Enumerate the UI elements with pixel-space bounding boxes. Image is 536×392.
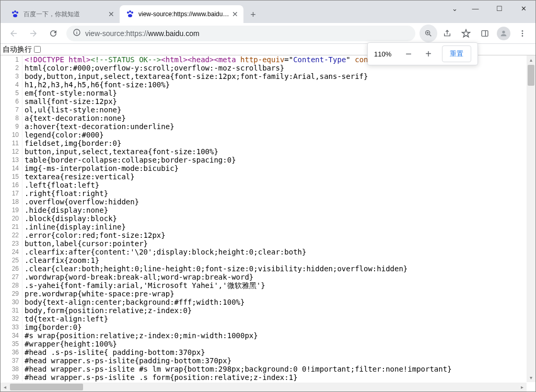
svg-point-20 bbox=[522, 35, 523, 37]
source-text[interactable]: table{border-collapse:collapse;border-sp… bbox=[22, 156, 236, 164]
source-text[interactable]: a:hover{text-decoration:underline} bbox=[22, 122, 174, 131]
svg-point-0 bbox=[12, 11, 14, 14]
source-line: 34#s_wrap{position:relative;z-index:0;mi… bbox=[1, 331, 535, 340]
source-text[interactable]: #head .s-ps-islite{_padding-bottom:370px… bbox=[22, 348, 205, 356]
source-text[interactable]: h1,h2,h3,h4,h5,h6{font-size:100%} bbox=[22, 80, 170, 89]
vertical-scrollbar[interactable]: ▴ ▾ bbox=[527, 55, 535, 382]
bookmark-icon[interactable] bbox=[457, 25, 475, 42]
source-line: 16.left{float:left} bbox=[1, 181, 535, 189]
source-text[interactable]: a{text-decoration:none} bbox=[22, 114, 126, 122]
forward-button[interactable] bbox=[25, 25, 42, 42]
source-text[interactable]: .clearfix:after{content:'\20';display:bl… bbox=[22, 248, 306, 256]
scroll-left-icon[interactable]: ◂ bbox=[1, 383, 9, 391]
source-line: 17.right{float:right} bbox=[1, 189, 535, 198]
close-icon[interactable]: ✕ bbox=[107, 10, 115, 18]
address-bar[interactable]: view-source:https://www.baidu.com bbox=[66, 26, 415, 41]
line-number: 6 bbox=[1, 97, 22, 106]
line-number: 9 bbox=[1, 122, 22, 131]
wrap-checkbox[interactable] bbox=[34, 46, 41, 53]
zoom-out-button[interactable]: − bbox=[402, 48, 415, 60]
source-text[interactable]: #s_wrap{position:relative;z-index:0;min-… bbox=[22, 331, 258, 340]
source-text[interactable]: .clear{clear:both;height:0;line-height:0… bbox=[22, 264, 407, 273]
new-tab-button[interactable]: + bbox=[246, 7, 260, 22]
line-number: 15 bbox=[1, 172, 22, 181]
zoom-in-button[interactable]: + bbox=[422, 48, 435, 60]
source-text[interactable]: #wrapper{height:100%} bbox=[22, 340, 117, 348]
source-text[interactable]: legend{color:#000} bbox=[22, 131, 104, 139]
zoom-reset-button[interactable]: 重置 bbox=[442, 45, 471, 62]
source-text[interactable]: .inline{display:inline} bbox=[22, 223, 126, 231]
avatar bbox=[497, 27, 510, 40]
back-button[interactable] bbox=[5, 25, 22, 42]
share-icon[interactable] bbox=[438, 25, 456, 42]
source-text[interactable]: td{text-align:left} bbox=[22, 315, 108, 323]
close-icon[interactable]: ✕ bbox=[231, 10, 239, 18]
window-controls: ⌄ — ☐ ✕ bbox=[446, 1, 535, 16]
scroll-down-icon[interactable]: ▾ bbox=[527, 373, 535, 382]
source-line: 8a{text-decoration:none} bbox=[1, 114, 535, 122]
paw-icon bbox=[11, 10, 19, 18]
source-text[interactable]: body{text-align:center;background:#fff;w… bbox=[22, 298, 244, 306]
chevron-down-icon[interactable]: ⌄ bbox=[446, 1, 463, 16]
tab-viewsource[interactable]: view-source:https://www.baidu… ✕ bbox=[120, 5, 243, 23]
line-number: 33 bbox=[1, 323, 22, 331]
source-text[interactable]: .wordwrap{word-break:break-all;word-wrap… bbox=[22, 273, 253, 281]
source-line: 33img{border:0} bbox=[1, 323, 535, 331]
source-text[interactable]: .error{color:red;font-size:12px} bbox=[22, 231, 166, 239]
source-text[interactable]: body,button,input,select,textarea{font-s… bbox=[22, 72, 368, 80]
source-text[interactable]: .overflow{overflow:hidden} bbox=[22, 198, 139, 206]
line-number: 23 bbox=[1, 239, 22, 248]
source-text[interactable]: pre.wordwrap{white-space:pre-wrap} bbox=[22, 290, 174, 298]
source-line: 11fieldset,img{border:0} bbox=[1, 139, 535, 147]
menu-icon[interactable] bbox=[514, 25, 531, 42]
maximize-button[interactable]: ☐ bbox=[487, 1, 511, 16]
line-number: 24 bbox=[1, 248, 22, 256]
source-text[interactable]: button,label{cursor:pointer} bbox=[22, 239, 148, 248]
line-number: 28 bbox=[1, 281, 22, 290]
line-number: 19 bbox=[1, 206, 22, 214]
line-number: 1 bbox=[1, 55, 22, 64]
reload-button[interactable] bbox=[44, 25, 62, 42]
scroll-up-icon[interactable]: ▴ bbox=[527, 55, 535, 64]
source-text[interactable]: #head_wrapper.s-ps-islite{padding-bottom… bbox=[22, 356, 231, 365]
source-text[interactable]: .block{display:block} bbox=[22, 214, 117, 223]
scroll-thumb[interactable] bbox=[528, 65, 534, 86]
tab-baidu[interactable]: 百度一下，你就知道 ✕ bbox=[5, 5, 120, 23]
source-text[interactable]: .clearfix{zoom:1} bbox=[22, 256, 99, 264]
info-icon[interactable] bbox=[73, 28, 81, 38]
sidepanel-icon[interactable] bbox=[476, 25, 494, 42]
source-text[interactable]: .s-yahei{font-family:arial,'Microsoft Ya… bbox=[22, 281, 265, 290]
source-line: 24.clearfix:after{content:'\20';display:… bbox=[1, 248, 535, 256]
source-text[interactable]: img{border:0} bbox=[22, 323, 82, 331]
source-text[interactable]: body,form{position:relative;z-index:0} bbox=[22, 306, 192, 315]
source-text[interactable]: fieldset,img{border:0} bbox=[22, 139, 121, 147]
zoom-icon[interactable] bbox=[420, 25, 437, 42]
source-text[interactable]: textarea{resize:vertical} bbox=[22, 172, 135, 181]
source-text[interactable]: html{color:#000;overflow-y:scroll;overfl… bbox=[22, 64, 284, 72]
source-line: 27.wordwrap{word-break:break-all;word-wr… bbox=[1, 273, 535, 281]
minimize-button[interactable]: — bbox=[463, 1, 487, 16]
source-text[interactable]: .right{float:right} bbox=[22, 189, 108, 198]
line-number: 3 bbox=[1, 72, 22, 80]
line-number: 31 bbox=[1, 306, 22, 315]
source-view[interactable]: 1<!DOCTYPE html><!--STATUS OK--><html><h… bbox=[1, 55, 535, 391]
svg-point-7 bbox=[128, 14, 132, 17]
source-text[interactable]: img{-ms-interpolation-mode:bicubic} bbox=[22, 164, 179, 172]
source-line: 36#head .s-ps-islite{_padding-bottom:370… bbox=[1, 348, 535, 356]
source-text[interactable]: ol,ul{list-style:none} bbox=[22, 106, 121, 114]
line-number: 14 bbox=[1, 164, 22, 172]
source-text[interactable]: em{font-style:normal} bbox=[22, 89, 117, 97]
scroll-right-icon[interactable]: ▸ bbox=[518, 383, 527, 391]
svg-point-2 bbox=[16, 11, 18, 14]
scroll-thumb[interactable] bbox=[10, 384, 83, 390]
source-text[interactable]: #head_wrapper.s-ps-islite #s_lm_wrap{bot… bbox=[22, 365, 452, 373]
source-text[interactable]: small{font-size:12px} bbox=[22, 97, 117, 106]
horizontal-scrollbar[interactable]: ◂ ▸ bbox=[1, 383, 527, 391]
source-text[interactable]: button,input,select,textarea{font-size:1… bbox=[22, 147, 218, 156]
source-text[interactable]: #head wrapper.s-ps-islite .s form{positi… bbox=[22, 373, 298, 382]
source-line: 30body{text-align:center;background:#fff… bbox=[1, 298, 535, 306]
profile-button[interactable] bbox=[495, 25, 512, 42]
source-text[interactable]: .hide{display:none} bbox=[22, 206, 108, 214]
close-window-button[interactable]: ✕ bbox=[511, 1, 535, 16]
source-text[interactable]: .left{float:left} bbox=[22, 181, 99, 189]
